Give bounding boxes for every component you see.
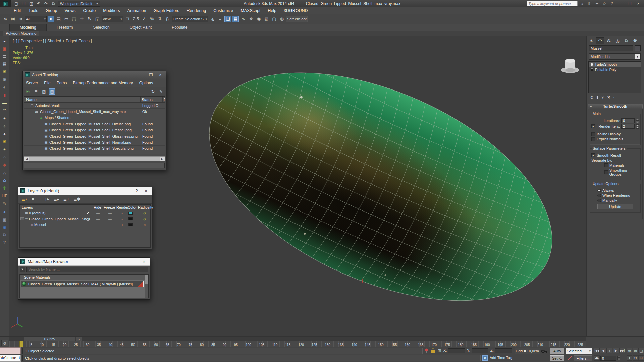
zoom-all-icon[interactable]: ⊞	[633, 348, 638, 353]
key-filter-icon[interactable]	[567, 356, 572, 361]
ribbon-tab[interactable]: Populate	[162, 24, 198, 31]
close-icon[interactable]: ×	[142, 189, 150, 193]
make-unique-icon[interactable]: ⋎	[601, 95, 604, 100]
communication-center-icon[interactable]: ✴	[594, 1, 600, 6]
maximize-button[interactable]: ❐	[625, 0, 634, 7]
smoothing-groups-checkbox[interactable]	[604, 170, 608, 174]
select-and-rotate-button[interactable]: ↻	[86, 16, 93, 22]
snaps-toggle[interactable]: 2.5	[132, 16, 140, 22]
close-icon[interactable]: ×	[140, 259, 148, 264]
asset-tracking-titlebar[interactable]: Asset Tracking — ❐ ×	[23, 71, 166, 79]
config-icon[interactable]: ▣	[1, 216, 8, 223]
list-view-icon[interactable]: ≣	[33, 88, 39, 95]
menu-item[interactable]: Options	[139, 81, 153, 85]
menu-item[interactable]: Paths	[57, 81, 67, 85]
render-iters-checkbox[interactable]	[591, 124, 595, 128]
modifier-stack-row[interactable]: TurboSmooth	[589, 62, 641, 67]
close-icon[interactable]: ×	[157, 73, 164, 77]
freeze-column-header[interactable]: Freeze	[104, 205, 115, 209]
flowers-icon[interactable]: ✿	[1, 177, 8, 184]
orbit-icon[interactable]: ↻	[633, 355, 638, 361]
radiosity-toggle[interactable]	[138, 210, 151, 215]
molecule-icon[interactable]: ❖	[1, 162, 8, 168]
tab-modify[interactable]: ◠	[596, 37, 604, 44]
search-icon[interactable]: ⌕	[580, 1, 585, 6]
undo-icon[interactable]: ↶	[36, 1, 42, 6]
configure-modifier-sets-icon[interactable]: ≔	[613, 95, 617, 100]
viewcube[interactable]	[561, 59, 579, 73]
ribbon-tab[interactable]: Freeform	[47, 24, 83, 31]
key-mode-toggle[interactable]: ◀▶	[594, 355, 600, 361]
scene-materials-section-header[interactable]: - Scene Materials	[20, 275, 145, 280]
asset-row[interactable]: Closed_Green_Lipped_Mussel_Shell_Specula…	[24, 146, 165, 152]
sync-icon[interactable]: ⎘	[25, 88, 31, 95]
render-production-button[interactable]: ◍	[278, 16, 285, 22]
maximize-viewport-icon[interactable]: ⊡	[638, 355, 644, 361]
material-item[interactable]: Closed_Green_Lipped_Mussel_Shell_MAT ( V…	[21, 281, 144, 287]
schematic-view-button[interactable]: ❖	[248, 16, 254, 22]
object-color-swatch[interactable]	[635, 45, 641, 51]
update-button[interactable]: Update	[597, 204, 633, 209]
y-coordinate-field[interactable]	[472, 348, 488, 353]
use-pivot-center-button[interactable]: ⊡	[124, 16, 131, 22]
set-key-icon[interactable]	[541, 349, 547, 354]
modifier-icon[interactable]	[591, 63, 593, 66]
menu-item[interactable]: Graph Editors	[150, 8, 183, 13]
frame-spinner[interactable]	[617, 356, 620, 360]
spreadsheet-icon[interactable]: ▦	[1, 61, 8, 67]
render-toggle[interactable]	[117, 211, 127, 215]
set-key-button[interactable]: Set K.	[550, 355, 564, 361]
thumbnail-view-icon[interactable]: ▧	[41, 88, 47, 95]
teapot-render-icon[interactable]: ◒	[1, 37, 8, 44]
align-button[interactable]: ≡	[217, 16, 223, 22]
viewport-label[interactable]: [+] [ Perspective ] [ Shaded + Edged Fac…	[13, 39, 92, 43]
menu-item[interactable]: Customize	[210, 8, 237, 13]
tab-display[interactable]: ⧉	[622, 37, 630, 44]
help-button[interactable]: ?	[133, 189, 140, 193]
freeze-toggle[interactable]	[104, 211, 116, 215]
modifier-icon[interactable]	[591, 68, 593, 71]
modifier-list-dropdown[interactable]: Modifier List ▼	[589, 53, 641, 60]
layer-color-swatch[interactable]	[128, 223, 133, 226]
curve-editor-button[interactable]: ∿	[240, 16, 247, 22]
project-folder-icon[interactable]: ⧉	[50, 1, 56, 6]
hide-column-header[interactable]: Hide	[94, 205, 101, 209]
radiosity-toggle[interactable]	[138, 222, 151, 227]
go-to-end-button[interactable]: ▶▶|	[619, 348, 625, 353]
previous-frame-button[interactable]: ◀|	[600, 348, 606, 353]
search-input[interactable]	[527, 1, 578, 6]
name-column-header[interactable]: Name	[24, 98, 37, 102]
render-toggle[interactable]	[117, 223, 127, 227]
named-selection-set-field[interactable]: Create Selection S	[172, 16, 208, 22]
set-current-layer-icon[interactable]: ≣▸	[53, 197, 59, 202]
object-name-field[interactable]: Mussel	[589, 45, 633, 51]
hide-toggle[interactable]	[93, 223, 103, 227]
render-setup-button[interactable]: ▧	[263, 16, 270, 22]
ribbon-tab[interactable]: Object Paint	[120, 24, 162, 31]
asset-row[interactable]: Closed_Green_Lipped_Mussel_Shell_Fresnel…	[24, 127, 165, 133]
menu-item[interactable]: File	[44, 81, 50, 85]
menu-item[interactable]: Server	[26, 81, 38, 85]
x-coordinate-field[interactable]	[448, 348, 465, 353]
status-column-header[interactable]: Status	[142, 98, 153, 102]
expand-toggle[interactable]: −	[20, 217, 24, 220]
light-icon[interactable]: ◐	[1, 84, 8, 90]
mountain-icon[interactable]: ▲	[1, 130, 8, 137]
menu-item[interactable]: Create	[79, 8, 100, 13]
smooth-result-checkbox[interactable]	[591, 153, 595, 157]
help-icon[interactable]: ?	[1, 239, 8, 246]
maximize-button[interactable]: ❐	[147, 73, 155, 77]
color-column-header[interactable]: Color	[128, 205, 137, 209]
keyboard-override-toggle[interactable]: {}	[164, 16, 171, 22]
isolate-pin-icon[interactable]	[424, 348, 429, 353]
layer-manager-button[interactable]: ❏	[224, 16, 231, 22]
render-frame-icon[interactable]: ▣	[1, 45, 8, 52]
layer-window-titlebar[interactable]: Layer: 0 (default) ? ×	[18, 187, 152, 195]
workspace-dropdown[interactable]: Workspace: Default -▾	[58, 1, 100, 7]
menu-item[interactable]: 3DGROUND	[280, 8, 312, 13]
zoom-icon[interactable]: ⊕	[627, 348, 632, 353]
add-to-layer-icon[interactable]: +	[39, 197, 41, 202]
tab-create[interactable]: ✶	[587, 37, 595, 44]
material-browser-titlebar[interactable]: Material/Map Browser ×	[18, 258, 150, 266]
tab-hierarchy[interactable]: ⁂	[605, 37, 613, 44]
